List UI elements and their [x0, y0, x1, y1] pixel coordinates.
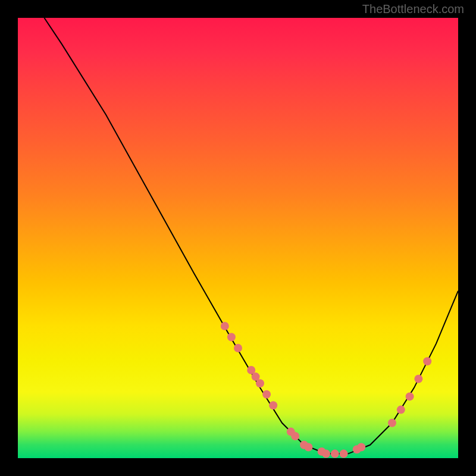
data-marker	[256, 379, 264, 387]
data-marker	[304, 443, 312, 452]
bottleneck-curve	[44, 18, 458, 454]
data-marker	[340, 450, 348, 458]
data-marker	[397, 406, 405, 414]
data-markers	[221, 322, 431, 458]
watermark-text: TheBottleneck.com	[362, 2, 464, 16]
data-marker	[221, 322, 229, 330]
data-marker	[322, 450, 330, 458]
plot-area	[18, 18, 458, 458]
data-marker	[414, 375, 422, 383]
chart-svg	[18, 18, 458, 458]
data-marker	[269, 401, 277, 409]
data-marker	[331, 450, 339, 458]
data-marker	[423, 357, 431, 365]
data-marker	[262, 390, 271, 399]
data-marker	[406, 392, 414, 400]
data-marker	[227, 333, 236, 342]
data-marker	[234, 344, 242, 352]
data-marker	[388, 419, 396, 427]
data-marker	[357, 443, 365, 452]
data-marker	[291, 432, 299, 440]
